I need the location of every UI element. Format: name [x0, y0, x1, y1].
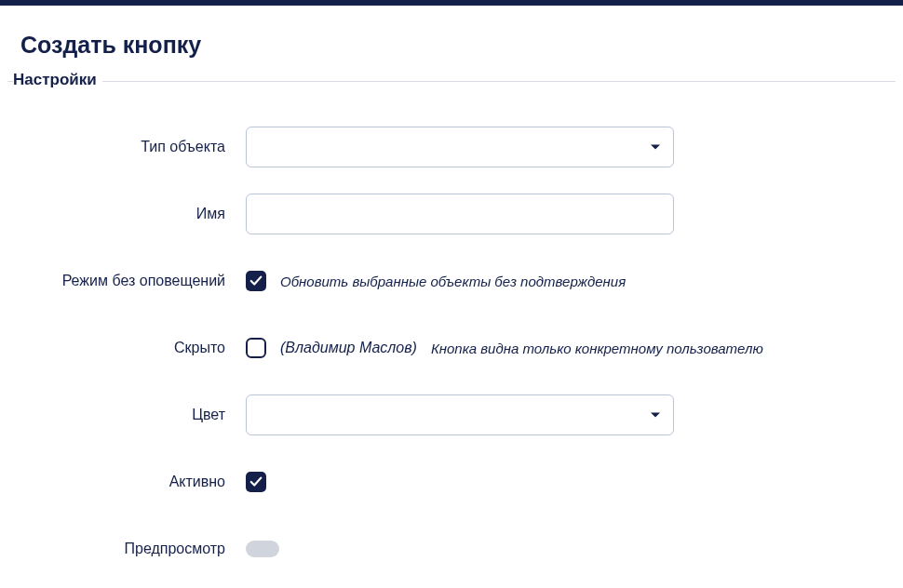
check-icon [249, 274, 263, 287]
select-object-type[interactable] [246, 127, 674, 167]
label-hidden: Скрыто [7, 340, 246, 356]
label-name: Имя [7, 206, 246, 222]
label-silent-mode: Режим без оповещений [7, 273, 246, 289]
checkbox-silent-mode[interactable] [246, 271, 266, 291]
page-header: Создать кнопку [0, 6, 903, 81]
label-object-type: Тип объекта [7, 139, 246, 155]
row-hidden: Скрыто (Владимир Маслов) Кнопка видна то… [7, 327, 896, 368]
caret-down-icon [651, 413, 660, 418]
row-silent-mode: Режим без оповещений Обновить выбранные … [7, 261, 896, 301]
hint-silent-mode: Обновить выбранные объекты без подтвержд… [280, 274, 626, 289]
caret-down-icon [651, 145, 660, 150]
user-hidden: (Владимир Маслов) [280, 340, 417, 356]
check-icon [249, 475, 263, 488]
row-active: Активно [7, 461, 896, 502]
settings-fieldset: Настройки Тип объекта Имя Режим без опов… [7, 81, 896, 569]
label-active: Активно [7, 474, 246, 490]
checkbox-hidden[interactable] [246, 338, 266, 358]
page-title: Создать кнопку [20, 32, 903, 59]
label-color: Цвет [7, 407, 246, 423]
row-name: Имя [7, 194, 896, 234]
fieldset-legend: Настройки [13, 71, 102, 89]
preview-chip [246, 541, 279, 557]
select-color[interactable] [246, 394, 674, 435]
row-object-type: Тип объекта [7, 127, 896, 167]
row-color: Цвет [7, 394, 896, 435]
label-preview: Предпросмотр [7, 541, 246, 557]
row-preview: Предпросмотр [7, 528, 896, 569]
hint-hidden: Кнопка видна только конкретному пользова… [431, 341, 763, 356]
checkbox-active[interactable] [246, 472, 266, 492]
input-name[interactable] [246, 194, 674, 234]
